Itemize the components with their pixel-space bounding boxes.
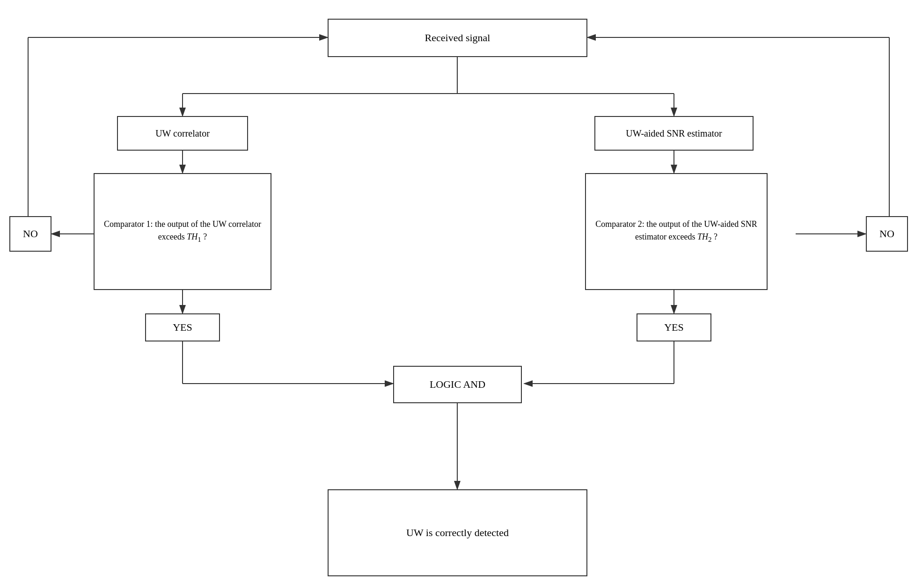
uw-detected-box: UW is correctly detected: [328, 489, 587, 576]
comparator1-label: Comparator 1: the output of the UW corre…: [100, 218, 265, 245]
flowchart: Received signal UW correlator UW-aided S…: [0, 0, 915, 588]
received-signal-box: Received signal: [328, 19, 587, 57]
comparator2-label: Comparator 2: the output of the UW-aided…: [592, 218, 761, 245]
no1-box: NO: [9, 216, 51, 252]
comparator2-box: Comparator 2: the output of the UW-aided…: [585, 173, 768, 290]
yes2-box: YES: [637, 313, 711, 341]
no2-box: NO: [866, 216, 908, 252]
uw-correlator-box: UW correlator: [117, 116, 248, 151]
uw-snr-estimator-box: UW-aided SNR estimator: [594, 116, 754, 151]
logic-and-box: LOGIC AND: [393, 366, 522, 403]
comparator1-box: Comparator 1: the output of the UW corre…: [94, 173, 271, 290]
yes1-box: YES: [145, 313, 220, 341]
